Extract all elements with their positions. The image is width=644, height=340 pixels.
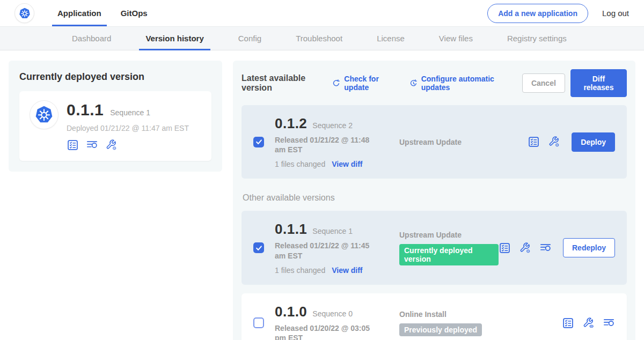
top-nav: Application GitOps Add a new application… xyxy=(0,0,644,26)
subtab-dashboard[interactable]: Dashboard xyxy=(65,27,118,50)
logout-link[interactable]: Log out xyxy=(602,9,629,18)
deployed-panel-title: Currently deployed version xyxy=(19,71,211,83)
subtab-config[interactable]: Config xyxy=(232,27,268,50)
released-timestamp: Released 01/20/22 @ 03:05 pm EST xyxy=(275,323,382,340)
version-checkbox[interactable] xyxy=(253,242,264,253)
main-content: Currently deployed version 0.1.1 Sequenc… xyxy=(0,50,644,340)
sequence-label: Sequence 0 xyxy=(312,309,353,318)
deployed-version-card: 0.1.1 Sequence 1 Deployed 01/21/22 @ 11:… xyxy=(19,91,211,161)
subtab-version-history[interactable]: Version history xyxy=(139,27,210,50)
available-panel-header: Latest available version Check for updat… xyxy=(241,69,627,97)
configure-automatic-updates-link[interactable]: Configure automatic updates xyxy=(409,75,508,92)
available-versions-panel: Latest available version Check for updat… xyxy=(233,61,635,340)
check-for-update-link[interactable]: Check for update xyxy=(332,75,394,92)
version-card-0-1-1: 0.1.1 Sequence 1 Released 01/21/22 @ 11:… xyxy=(241,211,627,284)
latest-available-title: Latest available version xyxy=(241,73,324,93)
subtab-license[interactable]: License xyxy=(370,27,411,50)
logs-magnifier-icon[interactable] xyxy=(539,242,552,254)
previously-deployed-badge: Previously deployed xyxy=(399,323,482,336)
deployed-sequence-label: Sequence 1 xyxy=(110,108,150,117)
logs-magnifier-icon[interactable] xyxy=(86,139,98,151)
redeploy-button[interactable]: Redeploy xyxy=(563,238,615,257)
refresh-icon xyxy=(332,79,341,88)
version-number: 0.1.1 xyxy=(275,221,307,238)
sequence-label: Sequence 2 xyxy=(312,121,353,130)
diff-releases-button[interactable]: Diff releases xyxy=(570,69,627,97)
configure-automatic-updates-label: Configure automatic updates xyxy=(421,75,508,92)
version-card-0-1-2: 0.1.2 Sequence 2 Released 01/21/22 @ 11:… xyxy=(241,105,627,179)
files-changed-label: 1 files changed xyxy=(275,160,325,168)
wrench-gear-icon[interactable] xyxy=(548,136,560,148)
deployed-timestamp: Deployed 01/21/22 @ 11:47 am EST xyxy=(67,124,189,132)
wrench-gear-icon[interactable] xyxy=(519,242,531,254)
logs-magnifier-icon[interactable] xyxy=(603,317,615,329)
checklist-icon[interactable] xyxy=(562,317,574,329)
checklist-icon[interactable] xyxy=(67,139,79,151)
app-sub-nav: Dashboard Version history Config Trouble… xyxy=(0,26,644,50)
currently-deployed-panel: Currently deployed version 0.1.1 Sequenc… xyxy=(9,61,222,172)
tab-gitops[interactable]: GitOps xyxy=(115,0,153,26)
app-icon xyxy=(30,101,58,129)
cancel-button[interactable]: Cancel xyxy=(522,73,565,93)
wrench-gear-icon[interactable] xyxy=(105,139,118,151)
version-source-label: Upstream Update xyxy=(399,231,499,239)
version-number: 0.1.2 xyxy=(275,115,307,132)
add-application-button[interactable]: Add a new application xyxy=(487,4,588,23)
tab-application[interactable]: Application xyxy=(52,0,107,26)
checklist-icon[interactable] xyxy=(528,136,540,148)
version-number: 0.1.0 xyxy=(275,304,307,320)
files-changed-label: 1 files changed xyxy=(275,266,325,275)
version-card-0-1-0: 0.1.0 Sequence 0 Released 01/20/22 @ 03:… xyxy=(241,293,627,340)
released-timestamp: Released 01/21/22 @ 11:48 am EST xyxy=(275,135,382,154)
other-versions-title: Other available versions xyxy=(243,193,626,203)
clock-refresh-icon xyxy=(409,79,418,88)
version-checkbox[interactable] xyxy=(253,137,264,147)
version-checkbox[interactable] xyxy=(253,317,264,328)
version-source-label: Online Install xyxy=(399,310,562,319)
currently-deployed-badge: Currently deployed version xyxy=(399,244,499,265)
released-timestamp: Released 01/21/22 @ 11:45 am EST xyxy=(275,241,382,260)
view-diff-link[interactable]: View diff xyxy=(332,266,362,275)
sequence-label: Sequence 1 xyxy=(312,227,353,235)
subtab-troubleshoot[interactable]: Troubleshoot xyxy=(289,27,349,50)
check-for-update-label: Check for update xyxy=(344,75,394,92)
version-source-label: Upstream Update xyxy=(399,138,528,146)
subtab-registry-settings[interactable]: Registry settings xyxy=(501,27,573,50)
wrench-eye-icon[interactable] xyxy=(582,317,595,329)
deployed-version-number: 0.1.1 xyxy=(67,101,104,119)
deploy-button[interactable]: Deploy xyxy=(572,132,615,152)
subtab-view-files[interactable]: View files xyxy=(433,27,479,50)
kubernetes-logo xyxy=(15,4,34,23)
view-diff-link[interactable]: View diff xyxy=(332,160,362,168)
checklist-icon[interactable] xyxy=(499,242,511,254)
